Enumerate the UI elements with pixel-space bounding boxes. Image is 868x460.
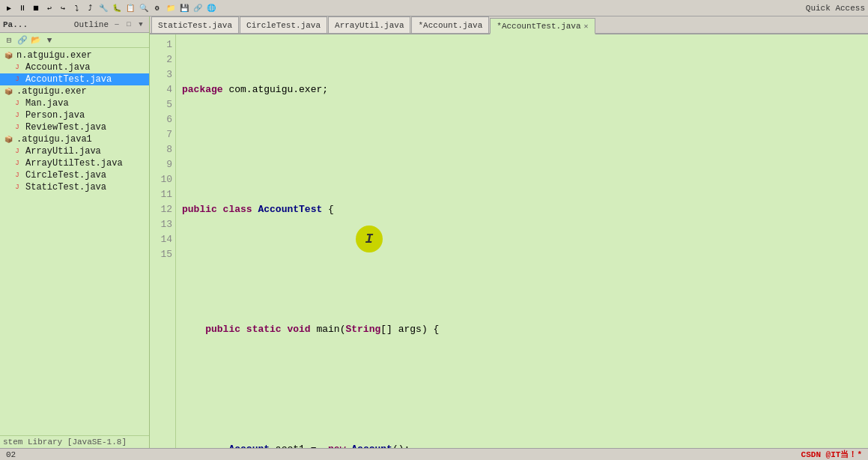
tree-item-9[interactable]: J ArrayUtilTest.java bbox=[0, 157, 149, 169]
indent-5 bbox=[182, 322, 205, 337]
code-line-5: public static void main(String[] args) { bbox=[182, 322, 862, 337]
package-icon-2: 📦 bbox=[3, 86, 13, 97]
tab-statictest[interactable]: StaticTest.java bbox=[151, 16, 239, 33]
java-icon-4: J bbox=[12, 110, 22, 121]
tree-item-0[interactable]: 📦 n.atguigu.exer bbox=[0, 49, 149, 61]
tree-item-label-3: .atguigu.exer bbox=[16, 86, 87, 97]
editor-area: StaticTest.java CircleTest.java ArrayUti… bbox=[150, 16, 868, 448]
toolbar-icon-3[interactable]: ⏹ bbox=[30, 2, 42, 14]
java-icon-3: J bbox=[12, 98, 22, 109]
toolbar-icon-9[interactable]: 🐛 bbox=[111, 2, 123, 14]
type-account-7: Account bbox=[228, 442, 275, 448]
java-icon-7: J bbox=[12, 158, 22, 169]
tree-item-10[interactable]: J CircleTest.java bbox=[0, 169, 149, 181]
tab-label-circletest: CircleTest.java bbox=[246, 21, 321, 30]
kw-new-7: new bbox=[328, 442, 351, 448]
ln-4: 4 bbox=[150, 82, 172, 97]
tree-item-label-4: Man.java bbox=[25, 98, 69, 109]
toolbar-icon-8[interactable]: 🔧 bbox=[97, 2, 109, 14]
tab-accounttest[interactable]: *AccountTest.java ✕ bbox=[490, 18, 595, 34]
tab-arrayutil[interactable]: ArrayUtil.java bbox=[328, 16, 410, 33]
java-icon-8: J bbox=[12, 170, 22, 181]
toolbar-icon-10[interactable]: 📋 bbox=[124, 2, 136, 14]
link-icon[interactable]: 🔗 bbox=[16, 34, 28, 46]
folder-icon[interactable]: 📂 bbox=[30, 34, 42, 46]
toolbar-icon-12[interactable]: ⚙ bbox=[151, 2, 163, 14]
tree-item-label-0: n.atguigu.exer bbox=[16, 50, 92, 61]
tree-item-2[interactable]: J AccountTest.java bbox=[0, 73, 149, 85]
call-7: (); bbox=[392, 442, 410, 448]
java-icon-1: J bbox=[12, 62, 22, 73]
brace-open-3: { bbox=[328, 202, 334, 217]
toolbar-icons: ▶ ⏸ ⏹ ↩ ↪ ⤵ ⤴ 🔧 🐛 📋 🔍 ⚙ 📁 💾 🔗 🌐 bbox=[3, 2, 806, 14]
sidebar-menu-icon[interactable]: ▼ bbox=[136, 19, 146, 30]
kw-class: class bbox=[223, 202, 258, 217]
java-icon-9: J bbox=[12, 182, 22, 193]
status-left: 02 bbox=[6, 450, 801, 459]
kw-package: package bbox=[182, 82, 228, 97]
classname: AccountTest bbox=[258, 202, 328, 217]
tree-item-5[interactable]: J Person.java bbox=[0, 109, 149, 121]
tree-item-label-9: ArrayUtilTest.java bbox=[25, 158, 123, 169]
kw-public-5: public bbox=[205, 322, 246, 337]
ln-15: 15 bbox=[150, 247, 172, 262]
code-line-6 bbox=[182, 382, 862, 397]
ln-6: 6 bbox=[150, 112, 172, 127]
toolbar-icon-14[interactable]: 💾 bbox=[178, 2, 190, 14]
kw-public-3: public bbox=[182, 202, 223, 217]
toolbar-icon-4[interactable]: ↩ bbox=[43, 2, 55, 14]
status-right: CSDN @IT当！* bbox=[801, 449, 862, 460]
code-content[interactable]: package com.atguigu.exer; public class A… bbox=[176, 34, 868, 448]
line-numbers: 1 2 3 4 5 6 7 8 9 10 11 12 13 14 15 bbox=[150, 34, 176, 448]
toolbar: ▶ ⏸ ⏹ ↩ ↪ ⤵ ⤴ 🔧 🐛 📋 🔍 ⚙ 📁 💾 🔗 🌐 Quick Ac… bbox=[0, 0, 868, 16]
java-icon-6: J bbox=[12, 146, 22, 157]
tree-item-label-1: Account.java bbox=[25, 62, 90, 73]
tree-item-11[interactable]: J StaticTest.java bbox=[0, 181, 149, 193]
toolbar-icon-13[interactable]: 📁 bbox=[165, 2, 177, 14]
ln-9: 9 bbox=[150, 157, 172, 172]
tree-item-6[interactable]: J ReviewTest.java bbox=[0, 121, 149, 133]
tab-account[interactable]: *Account.java bbox=[411, 16, 489, 33]
tab-close-accounttest[interactable]: ✕ bbox=[584, 22, 589, 31]
maximize-icon[interactable]: □ bbox=[124, 19, 134, 30]
code-line-2 bbox=[182, 142, 862, 157]
tab-circletest[interactable]: CircleTest.java bbox=[240, 16, 327, 33]
var-acct1: acct1 = bbox=[276, 442, 328, 448]
toolbar-icon-11[interactable]: 🔍 bbox=[138, 2, 150, 14]
tree-item-4[interactable]: J Man.java bbox=[0, 97, 149, 109]
tree-item-3[interactable]: 📦 .atguigu.exer bbox=[0, 85, 149, 97]
ln-5: 5 bbox=[150, 97, 172, 112]
toolbar-icon-16[interactable]: 🌐 bbox=[205, 2, 217, 14]
tab-label-arrayutil: ArrayUtil.java bbox=[335, 21, 404, 30]
ln-11: 11 bbox=[150, 187, 172, 202]
code-line-4 bbox=[182, 262, 862, 277]
package-icon-3: 📦 bbox=[3, 134, 13, 145]
ln-7: 7 bbox=[150, 127, 172, 142]
sidebar-header: Pa... Outline — □ ▼ bbox=[0, 16, 149, 33]
sidebar-toolbar: ⊟ 🔗 📂 ▼ bbox=[0, 33, 149, 48]
toolbar-icon-5[interactable]: ↪ bbox=[57, 2, 69, 14]
sidebar-panel1-title: Pa... bbox=[3, 20, 68, 29]
sidebar-panel2-title: Outline bbox=[74, 20, 109, 29]
toolbar-icon-1[interactable]: ▶ bbox=[3, 2, 15, 14]
toolbar-icon-6[interactable]: ⤵ bbox=[70, 2, 82, 14]
tabs-bar: StaticTest.java CircleTest.java ArrayUti… bbox=[150, 16, 868, 34]
tab-label-accounttest: *AccountTest.java bbox=[497, 22, 580, 31]
code-editor[interactable]: 1 2 3 4 5 6 7 8 9 10 11 12 13 14 15 pa bbox=[150, 34, 868, 448]
ln-12: 12 bbox=[150, 202, 172, 217]
tree-item-7[interactable]: 📦 .atguigu.java1 bbox=[0, 133, 149, 145]
toolbar-icon-15[interactable]: 🔗 bbox=[192, 2, 204, 14]
main-method: main( bbox=[316, 322, 345, 337]
tree-item-8[interactable]: J ArrayUtil.java bbox=[0, 145, 149, 157]
arr-args: [] args) { bbox=[380, 322, 439, 337]
tree-item-label-5: Person.java bbox=[25, 110, 85, 121]
pkg-name: com.atguigu.exer; bbox=[228, 82, 328, 97]
toolbar-icon-7[interactable]: ⤴ bbox=[84, 2, 96, 14]
code-line-1: package com.atguigu.exer; bbox=[182, 82, 862, 97]
jre-label: stem Library [JavaSE-1.8] bbox=[3, 438, 127, 447]
tree-item-1[interactable]: J Account.java bbox=[0, 61, 149, 73]
collapse-icon[interactable]: ⊟ bbox=[3, 34, 15, 46]
minimize-icon[interactable]: — bbox=[112, 19, 122, 30]
menu-down-icon[interactable]: ▼ bbox=[43, 34, 55, 46]
toolbar-icon-2[interactable]: ⏸ bbox=[16, 2, 28, 14]
